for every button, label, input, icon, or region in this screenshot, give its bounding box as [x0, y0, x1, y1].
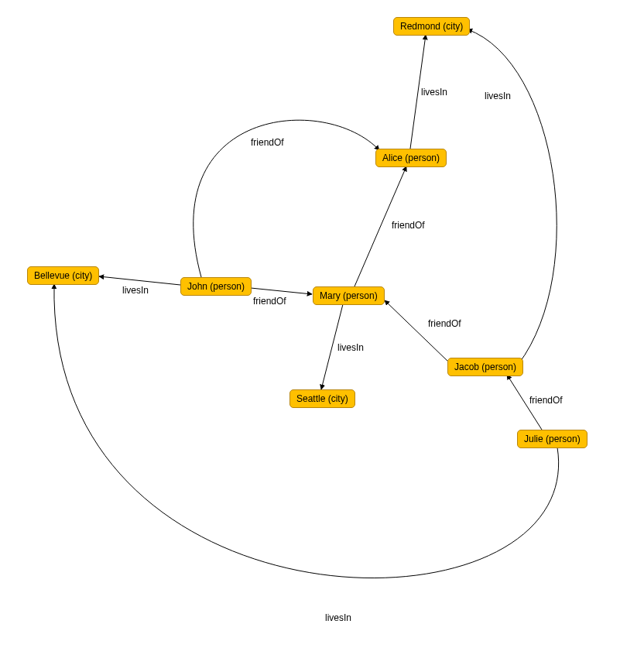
node-label: John (person): [187, 281, 245, 292]
node-label: Alice (person): [382, 153, 440, 163]
edge-label-john-mary: friendOf: [253, 296, 286, 307]
edge-julie-bellevue: [54, 284, 559, 578]
node-redmond[interactable]: Redmond (city): [393, 17, 470, 36]
edge-john-mary: [251, 288, 312, 294]
graph-edges: [0, 0, 644, 648]
node-jacob[interactable]: Jacob (person): [447, 358, 523, 376]
edge-label-john-alice: friendOf: [251, 137, 284, 148]
label-text: friendOf: [251, 137, 284, 148]
node-mary[interactable]: Mary (person): [313, 286, 385, 305]
node-seattle[interactable]: Seattle (city): [289, 389, 355, 408]
node-label: Bellevue (city): [34, 270, 92, 281]
node-label: Julie (person): [524, 434, 581, 444]
edge-jacob-redmond: [468, 29, 557, 364]
node-label: Seattle (city): [296, 393, 348, 404]
edge-label-mary-seattle: livesIn: [337, 342, 364, 353]
node-julie[interactable]: Julie (person): [517, 430, 587, 448]
label-text: livesIn: [421, 87, 447, 98]
label-text: friendOf: [529, 395, 563, 406]
label-text: livesIn: [122, 285, 149, 296]
edge-jacob-mary: [385, 300, 449, 362]
edge-label-mary-alice: friendOf: [392, 220, 425, 231]
label-text: friendOf: [392, 220, 425, 231]
node-bellevue[interactable]: Bellevue (city): [27, 266, 99, 285]
node-alice[interactable]: Alice (person): [375, 149, 447, 167]
label-text: livesIn: [337, 342, 364, 353]
node-john[interactable]: John (person): [180, 277, 252, 296]
label-text: friendOf: [253, 296, 286, 307]
edge-label-jacob-mary: friendOf: [428, 318, 461, 329]
label-text: friendOf: [428, 318, 461, 329]
edge-john-alice: [194, 120, 379, 277]
edge-label-alice-redmond: livesIn: [421, 87, 447, 98]
node-label: Mary (person): [320, 290, 378, 301]
edge-label-julie-jacob: friendOf: [529, 395, 563, 406]
node-label: Jacob (person): [454, 362, 516, 372]
edge-label-julie-bellevue: livesIn: [325, 612, 351, 623]
node-label: Redmond (city): [400, 21, 463, 32]
label-text: livesIn: [325, 612, 351, 623]
edge-label-john-bellevue: livesIn: [122, 285, 149, 296]
edge-john-bellevue: [99, 276, 180, 285]
label-text: livesIn: [485, 91, 511, 101]
edge-label-jacob-redmond: livesIn: [485, 91, 511, 101]
